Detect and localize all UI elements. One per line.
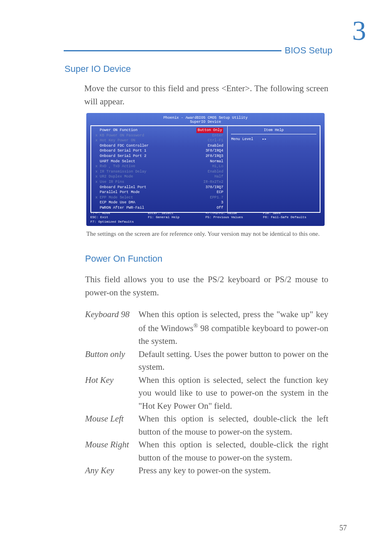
footer-save: F10: Save xyxy=(263,211,321,215)
header-line xyxy=(64,50,281,51)
option-label: Keyboard 98 xyxy=(85,308,138,348)
bios-setting-row: x UR2 Duplex ModeHalf xyxy=(95,174,223,180)
bios-setting-value: Hi,Lo xyxy=(212,164,223,169)
bios-setting-value: Normal xyxy=(210,159,223,164)
bios-setting-label: PWRON After PWR-Fail xyxy=(95,205,144,211)
bios-setting-label: x IR Transmission Delay xyxy=(95,169,146,175)
option-desc: When this option is selected, double-cli… xyxy=(138,438,328,464)
bios-setting-value: Enter xyxy=(212,133,223,138)
option-row: Button onlyDefault setting. Uses the pow… xyxy=(85,348,328,374)
option-desc: When this option is selected, press the … xyxy=(138,308,328,348)
bios-setting-value: 3 xyxy=(221,200,223,205)
bios-setting-value: 2F8/IRQ3 xyxy=(205,154,223,159)
menu-level-row: Menu Level ▸▸ xyxy=(231,137,316,142)
bios-setting-label: x UR2 Duplex Mode xyxy=(95,174,133,180)
option-desc: When this option is selected, select the… xyxy=(138,374,328,413)
bios-setting-label: ECP Mode Use DMA xyxy=(95,200,135,205)
footer-opt: F7: Optimized Defaults xyxy=(90,220,148,224)
bios-settings-pane: Power ON FunctionButton Onlyx KB Power O… xyxy=(91,126,227,212)
bios-setting-row: x IR Transmission DelayEnabled xyxy=(95,169,223,175)
bios-setting-row: UART Mode SelectNormal xyxy=(95,159,223,164)
option-desc: Press any key to power-on the system. xyxy=(138,464,328,477)
bios-setting-value: Off xyxy=(217,205,223,211)
bios-setting-label: x KB Power ON Password xyxy=(95,133,144,138)
bios-setting-label: Onboard Parallel Port xyxy=(95,185,146,190)
footer-prev: F5: Previous Values xyxy=(205,215,263,219)
option-desc: When this option is selected, double-cli… xyxy=(138,412,328,438)
bios-setting-value: IR-Rx2Tx2 xyxy=(203,180,224,185)
bios-setting-label: x RxD , TxD Active xyxy=(95,164,135,169)
bios-setting-label: Onboard FDC Controller xyxy=(95,143,149,149)
bios-setting-row: PWRON After PWR-FailOff xyxy=(95,205,223,211)
bios-setting-label: Power ON Function xyxy=(95,128,138,133)
bios-setting-value: Half xyxy=(214,174,224,180)
bios-title: Phoenix - AwardBIOS CMOS Setup Utility S… xyxy=(86,116,325,124)
option-row: Mouse LeftWhen this option is selected, … xyxy=(85,412,328,438)
menu-level-label: Menu Level xyxy=(231,137,253,141)
power-on-intro: This field allows you to use the PS/2 ke… xyxy=(85,273,328,299)
header-label: BIOS Setup xyxy=(281,45,332,56)
bios-setting-row: x EPP Mode SelectEPP1.7 xyxy=(95,195,223,200)
bios-setting-row: ECP Mode Use DMA3 xyxy=(95,200,223,205)
option-label: Mouse Right xyxy=(85,438,138,464)
option-label: Hot Key xyxy=(85,374,138,413)
bios-help-pane: Item Help Menu Level ▸▸ xyxy=(227,126,320,212)
bios-setting-value: Enabled xyxy=(208,169,224,175)
footer-fail: F6: Fail-Safe Defaults xyxy=(263,215,321,219)
header-bar: BIOS Setup xyxy=(64,45,332,56)
bios-setting-row: Parallel Port ModeECP xyxy=(95,190,223,195)
bios-setting-row: Onboard Serial Port 22F8/IRQ3 xyxy=(95,154,223,159)
bios-setting-label: Parallel Port Mode xyxy=(95,190,140,195)
option-desc: Default setting. Uses the power button t… xyxy=(138,348,328,374)
bios-setting-row: Onboard Parallel Port378/IRQ7 xyxy=(95,185,223,190)
option-label: Button only xyxy=(85,348,138,374)
bios-setting-value: 3F8/IRQ4 xyxy=(205,148,223,154)
bios-setting-label: x EPP Mode Select xyxy=(95,195,133,200)
option-label: Mouse Left xyxy=(85,412,138,438)
menu-level-arrow-icon: ▸▸ xyxy=(262,137,267,141)
section-super-io-title: Super IO Device xyxy=(65,64,131,74)
option-list: Keyboard 98When this option is selected,… xyxy=(85,308,328,477)
option-row: Keyboard 98When this option is selected,… xyxy=(85,308,328,348)
bios-setting-label: x Hot Key Power ON xyxy=(95,138,135,143)
option-row: Any KeyPress any key to power-on the sys… xyxy=(85,464,328,477)
bios-setting-label: UART Mode Select xyxy=(95,159,135,164)
bios-setting-row: Onboard FDC ControllerEnabled xyxy=(95,143,223,149)
footer-enter: Enter: Select xyxy=(148,211,205,215)
bios-setting-value: Button Only xyxy=(196,128,223,133)
bios-title-line2: SuperIO Device xyxy=(86,120,325,124)
footer-help: F1: General Help xyxy=(148,215,205,219)
option-row: Mouse RightWhen this option is selected,… xyxy=(85,438,328,464)
chapter-number: 3 xyxy=(352,14,366,47)
bios-setting-label: Onboard Serial Port 1 xyxy=(95,148,146,154)
bios-setting-row: x KB Power ON PasswordEnter xyxy=(95,133,223,138)
bios-setting-label: x Use IR Pins xyxy=(95,180,124,185)
item-help-label: Item Help xyxy=(231,128,316,134)
bios-setting-value: 378/IRQ7 xyxy=(205,185,223,190)
bios-title-line1: Phoenix - AwardBIOS CMOS Setup Utility xyxy=(86,116,325,120)
footer-move: ↑↓→←: Move xyxy=(90,211,148,215)
bios-setting-row: x Hot Key Power ONCtrl-F1 xyxy=(95,138,223,143)
super-io-intro: Move the cursor to this field and press … xyxy=(84,82,328,108)
bios-setting-row: x Use IR PinsIR-Rx2Tx2 xyxy=(95,180,223,185)
screenshot-caption: The settings on the screen are for refer… xyxy=(86,230,328,238)
footer-pupd: +/-/PU/PD: Value xyxy=(205,211,263,215)
bios-setting-value: Enabled xyxy=(208,143,224,149)
bios-setting-row: x RxD , TxD ActiveHi,Lo xyxy=(95,164,223,169)
bios-setting-value: ECP xyxy=(217,190,223,195)
footer-esc: ESC: Exit xyxy=(90,215,148,219)
bios-setting-row: Power ON FunctionButton Only xyxy=(95,128,223,133)
bios-setting-label: Onboard Serial Port 2 xyxy=(95,154,146,159)
option-label: Any Key xyxy=(85,464,138,477)
bios-setting-row: Onboard Serial Port 13F8/IRQ4 xyxy=(95,148,223,154)
page-number: 57 xyxy=(339,524,347,532)
bios-footer: ↑↓→←: Move Enter: Select +/-/PU/PD: Valu… xyxy=(90,211,321,224)
section-power-on-title: Power On Function xyxy=(85,253,162,264)
bios-setting-value: Ctrl-F1 xyxy=(208,138,224,143)
bios-inner-frame: Power ON FunctionButton Onlyx KB Power O… xyxy=(90,125,321,213)
bios-screenshot: Phoenix - AwardBIOS CMOS Setup Utility S… xyxy=(86,113,325,226)
bios-setting-value: EPP1.7 xyxy=(210,195,223,200)
option-row: Hot KeyWhen this option is selected, sel… xyxy=(85,374,328,413)
